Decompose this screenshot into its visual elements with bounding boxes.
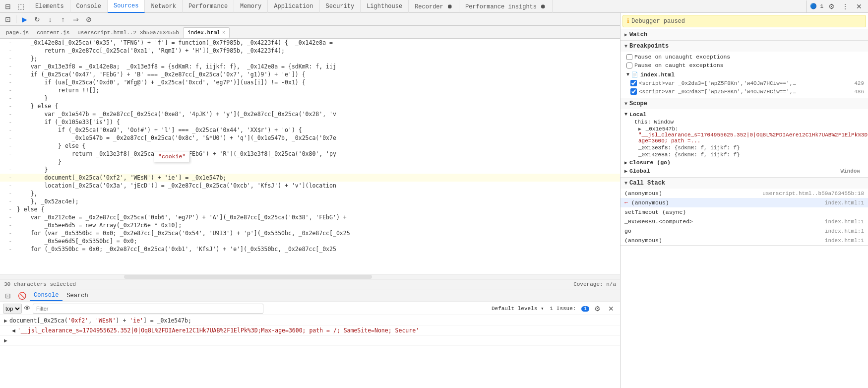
source-tab-userscript-html--2-3b50a763455b[interactable]: userscript.html..2-3b50a763455b xyxy=(73,27,183,38)
debugger-scroll-area[interactable]: ▶ Watch ▼ Breakpoints Pause on uncaught … xyxy=(620,29,868,388)
line-content[interactable]: document[_0x25ca('0xf2', 'WEsN') + 'ie']… xyxy=(15,174,620,182)
inspect-icon[interactable]: ⬚ xyxy=(15,0,27,12)
nav-tab-performance[interactable]: Performance xyxy=(183,0,234,13)
console-settings-icon[interactable]: ⚙ xyxy=(591,303,603,315)
step-into-icon[interactable]: ↓ xyxy=(44,13,56,25)
line-content[interactable]: } xyxy=(15,158,620,166)
pause-uncaught-checkbox[interactable] xyxy=(626,54,632,60)
line-content[interactable]: } else { xyxy=(15,142,620,150)
console-clear-icon[interactable]: 🚫 xyxy=(16,290,28,302)
callstack-header[interactable]: ▼ Call Stack xyxy=(620,178,868,189)
nav-tab-network[interactable]: Network xyxy=(145,0,182,13)
local-label: Local xyxy=(629,111,647,118)
pause-caught-checkbox[interactable] xyxy=(626,63,632,68)
script-breakpoint-item[interactable]: <script>var _0x2da3=['wpZ5F8Kn','w4OJw7H… xyxy=(620,87,868,96)
close-devtools-icon[interactable]: ✕ xyxy=(853,0,865,12)
line-content[interactable]: var _0x13e3f8 = _0x142e8a; _0x13e3f8 = {… xyxy=(15,63,620,70)
x1e547b-name: _0x1e547b: xyxy=(646,126,679,132)
step-icon[interactable]: ⇒ xyxy=(70,13,82,25)
horizontal-scrollbar[interactable] xyxy=(0,274,620,279)
indexhtml-group[interactable]: ▼ 📄 index.html xyxy=(620,69,868,79)
line-content[interactable]: for (var _0x5350bc = 0x0; _0x2e87cc[_0x2… xyxy=(15,229,620,237)
expand-arrow-expression[interactable]: ▶ xyxy=(4,317,7,324)
line-content[interactable]: }; xyxy=(15,55,620,63)
callstack-item[interactable]: (anonymous)index.html:1 xyxy=(620,236,868,245)
callstack-item[interactable]: ← (anonymous)index.html:1 xyxy=(620,198,868,207)
expand-arrow-result[interactable]: ◀ xyxy=(12,327,15,334)
callstack-item[interactable]: goindex.html:1 xyxy=(620,226,868,236)
line-content[interactable]: return _0x2e87cc[_0x25ca('0xa1', 'RqmI')… xyxy=(15,47,620,55)
step-over-icon[interactable]: ↻ xyxy=(31,13,43,25)
line-content[interactable]: location[_0x25ca('0x3a', 'jEcD')] = _0x2… xyxy=(15,182,620,190)
nav-tab-console[interactable]: Console xyxy=(70,0,108,13)
nav-tab-memory[interactable]: Memory xyxy=(234,0,268,13)
callstack-label: Call Stack xyxy=(629,180,665,187)
expand-source-icon[interactable]: ⊡ xyxy=(2,13,14,25)
console-close-icon[interactable]: ✕ xyxy=(605,303,617,315)
settings-icon[interactable]: ⚙ xyxy=(825,0,837,12)
line-content[interactable]: return _0x13e3f8[_0x25ca('0xae', 'FEbG')… xyxy=(15,150,620,158)
scope-header[interactable]: ▼ Scope xyxy=(620,98,868,109)
line-content[interactable]: _0x1e547b = _0x2e87cc[_0x25ca('0x8c', '&… xyxy=(15,134,620,142)
callstack-item[interactable]: _0x50e089.<computed>index.html:1 xyxy=(620,217,868,226)
line-content[interactable]: } else { xyxy=(15,205,620,213)
close-tab-icon[interactable]: × xyxy=(222,30,225,36)
console-tab-console[interactable]: Console xyxy=(30,290,62,301)
callstack-item[interactable]: setTimeout (async) xyxy=(620,207,868,217)
breakpoint-checkbox[interactable] xyxy=(630,88,637,95)
line-content[interactable]: }, _0x52ac4e); xyxy=(15,197,620,205)
nav-tab-elements[interactable]: Elements xyxy=(29,0,70,13)
this-window-prop: this: Window xyxy=(620,119,868,126)
line-content[interactable]: if (_0x25ca('0xa9', 'Oo!#') + 'l'] === _… xyxy=(15,126,620,134)
line-content[interactable]: }, xyxy=(15,190,620,197)
line-content[interactable]: } xyxy=(15,166,620,174)
callstack-item[interactable]: (anonymous)userscript.html..b50a763455b:… xyxy=(620,189,868,198)
line-content[interactable]: } xyxy=(15,94,620,102)
script-breakpoint-item[interactable]: <script>var _0x2da3=['wpZ5F8Kn','w4OJw7H… xyxy=(620,79,868,87)
console-line-prompt[interactable]: ▶ xyxy=(0,336,620,346)
console-level-filter[interactable]: top xyxy=(3,304,22,314)
nav-tab-sources[interactable]: Sources xyxy=(108,0,145,13)
line-content[interactable]: if (_0x25ca('0x47', 'FEbG') + 'B' === _0… xyxy=(15,70,620,78)
resume-icon[interactable]: ▶ xyxy=(18,13,30,25)
line-content[interactable]: if (ua[_0x25ca('0xd0', 'Wfg@') + _0x25ca… xyxy=(15,78,620,86)
console-content[interactable]: ▶ document[_0x25ca('0xf2', 'WEsN') + 'ie… xyxy=(0,315,620,388)
line-content[interactable]: _0x5ee6d5[_0x5350bc] = 0x0; xyxy=(15,237,620,245)
source-content[interactable]: - _0x142e8a[_0x25ca('0x35', 'TFNG') + 'f… xyxy=(0,39,620,274)
line-content[interactable]: return !![]; xyxy=(15,86,620,94)
step-out-icon[interactable]: ↑ xyxy=(57,13,69,25)
closure-scope-group[interactable]: ▶ Closure (go) xyxy=(620,158,868,167)
line-content[interactable]: } else { xyxy=(15,102,620,110)
nav-tab-application[interactable]: Application xyxy=(268,0,319,13)
more-icon[interactable]: ⋮ xyxy=(839,0,851,12)
line-content[interactable]: _0x142e8a[_0x25ca('0x35', 'TFNG') + 'f']… xyxy=(15,39,620,47)
x13e3f8-value: {sdKmR: f, iijkf: f} xyxy=(675,145,740,151)
source-tab-index-html[interactable]: index.html× xyxy=(183,27,230,38)
console-filter-input[interactable] xyxy=(33,304,263,314)
deactivate-breakpoints-icon[interactable]: ⊘ xyxy=(83,13,95,25)
breakpoint-checkbox[interactable] xyxy=(630,80,637,86)
line-content[interactable]: if (_0x105e33['is']) { xyxy=(15,118,620,126)
console-sidebar-toggle[interactable]: ⊡ xyxy=(2,290,14,302)
nav-tab-security[interactable]: Security xyxy=(320,0,361,13)
source-tab-content-js[interactable]: content.js xyxy=(33,27,73,38)
watch-header[interactable]: ▶ Watch xyxy=(620,29,868,40)
global-scope-group[interactable]: ▶ Global Window xyxy=(620,167,868,175)
dock-icon[interactable]: ⊟ xyxy=(2,0,14,12)
line-content[interactable]: for (_0x5350bc = 0x0; _0x2e87cc[_0x25ca(… xyxy=(15,245,620,253)
code-line: - } xyxy=(0,166,620,174)
console-line-result: ◀ '__jsl_clearance_s=1704955625.352|0|Oq… xyxy=(0,326,620,336)
nav-tab-performance-insights-⏺[interactable]: Performance insights ⏺ xyxy=(459,0,553,13)
breakpoints-header[interactable]: ▼ Breakpoints xyxy=(620,41,868,52)
source-tab-page-js[interactable]: page.js xyxy=(2,27,33,38)
nav-tab-lighthouse[interactable]: Lighthouse xyxy=(361,0,409,13)
line-content[interactable]: var _0x212c6e = _0x2e87cc[_0x25ca('0xb6'… xyxy=(15,213,620,221)
console-tab-search[interactable]: Search xyxy=(62,290,92,301)
line-number: - xyxy=(0,237,15,245)
local-scope-group[interactable]: ▼ Local xyxy=(620,110,868,119)
line-content[interactable]: _0x5ee6d5 = new Array(_0x212c6e * 0x10); xyxy=(15,221,620,229)
line-content[interactable]: var _0x1e547b = _0x2e87cc[_0x25ca('0xe8'… xyxy=(15,110,620,118)
x1e547b-prop[interactable]: ▶ _0x1e547b: "__jsl_clearance_s=17049556… xyxy=(620,126,868,144)
pause-uncaught-row: Pause on uncaught exceptions xyxy=(620,53,868,61)
nav-tab-recorder-⏺[interactable]: Recorder ⏺ xyxy=(409,0,459,13)
